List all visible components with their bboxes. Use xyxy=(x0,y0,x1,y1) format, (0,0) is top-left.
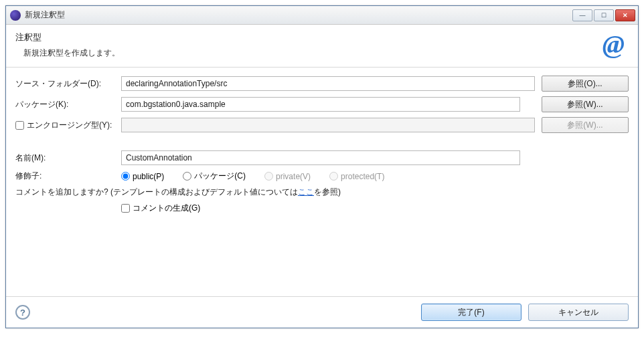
generate-comment-label: コメントの生成(G) xyxy=(133,203,200,214)
annotation-icon: @ xyxy=(602,31,629,58)
name-label: 名前(M): xyxy=(15,152,121,164)
template-config-link[interactable]: ここ xyxy=(298,187,314,197)
source-folder-label: ソース・フォルダー(D): xyxy=(15,78,121,90)
dialog-window: 新規注釈型 ― ☐ ✕ 注釈型 新規注釈型を作成します。 @ ソース・フォルダー… xyxy=(5,5,639,328)
minimize-button[interactable]: ― xyxy=(572,9,592,21)
source-folder-input[interactable] xyxy=(121,76,535,91)
window-title: 新規注釈型 xyxy=(25,9,572,21)
browse-source-button[interactable]: 参照(O)... xyxy=(542,76,629,92)
enclosing-type-label-text: エンクロージング型(Y): xyxy=(27,120,112,131)
comment-suffix: を参照) xyxy=(314,187,341,197)
modifiers-group: public(P) パッケージ(C) private(V) protected(… xyxy=(121,171,384,182)
modifier-package-radio[interactable] xyxy=(183,172,191,181)
modifier-protected-label: protected(T) xyxy=(341,172,384,181)
package-row: パッケージ(K): 参照(W)... xyxy=(15,96,629,112)
modifiers-row: 修飾子: public(P) パッケージ(C) private(V) prote… xyxy=(15,171,629,182)
dialog-header: 注釈型 新規注釈型を作成します。 @ xyxy=(6,25,638,68)
modifier-package-label: パッケージ(C) xyxy=(194,171,246,182)
modifier-public-radio[interactable] xyxy=(121,172,130,181)
maximize-button[interactable]: ☐ xyxy=(594,9,614,21)
enclosing-type-input xyxy=(121,118,535,132)
modifier-protected-radio xyxy=(329,172,338,181)
generate-comment-checkbox[interactable] xyxy=(121,204,130,213)
titlebar: 新規注釈型 ― ☐ ✕ xyxy=(6,6,638,25)
comment-question: コメントを追加しますか? (テンプレートの構成およびデフォルト値についてはここを… xyxy=(15,187,629,198)
modifier-private-label: private(V) xyxy=(276,172,311,181)
package-input[interactable] xyxy=(121,97,520,112)
generate-comment-row: コメントの生成(G) xyxy=(15,203,629,214)
enclosing-type-row: エンクロージング型(Y): 参照(W)... xyxy=(15,117,629,133)
form-area: ソース・フォルダー(D): 参照(O)... パッケージ(K): 参照(W)..… xyxy=(6,68,638,296)
header-title: 注釈型 xyxy=(15,31,602,43)
modifiers-label: 修飾子: xyxy=(15,171,121,182)
package-label: パッケージ(K): xyxy=(15,99,121,110)
header-description: 新規注釈型を作成します。 xyxy=(15,47,602,59)
modifier-public-label: public(P) xyxy=(133,172,164,181)
enclosing-type-checkbox[interactable] xyxy=(15,121,24,130)
cancel-button[interactable]: キャンセル xyxy=(528,304,629,321)
modifier-protected: protected(T) xyxy=(329,172,384,181)
eclipse-icon xyxy=(10,10,21,21)
name-input[interactable] xyxy=(121,150,520,165)
browse-package-button[interactable]: 参照(W)... xyxy=(542,96,629,112)
enclosing-type-label[interactable]: エンクロージング型(Y): xyxy=(15,120,121,131)
dialog-footer: ? 完了(F) キャンセル xyxy=(6,296,638,328)
name-row: 名前(M): xyxy=(15,150,629,166)
modifier-private: private(V) xyxy=(264,172,311,181)
browse-enclosing-button: 参照(W)... xyxy=(542,117,629,133)
finish-button[interactable]: 完了(F) xyxy=(421,304,521,321)
modifier-package[interactable]: パッケージ(C) xyxy=(183,171,246,182)
comment-prefix: コメントを追加しますか? (テンプレートの構成およびデフォルト値については xyxy=(15,187,298,197)
source-folder-row: ソース・フォルダー(D): 参照(O)... xyxy=(15,76,629,92)
modifier-private-radio xyxy=(264,172,273,181)
close-button[interactable]: ✕ xyxy=(615,9,635,21)
help-button[interactable]: ? xyxy=(15,305,30,320)
modifier-public[interactable]: public(P) xyxy=(121,172,164,181)
window-controls: ― ☐ ✕ xyxy=(572,9,635,21)
